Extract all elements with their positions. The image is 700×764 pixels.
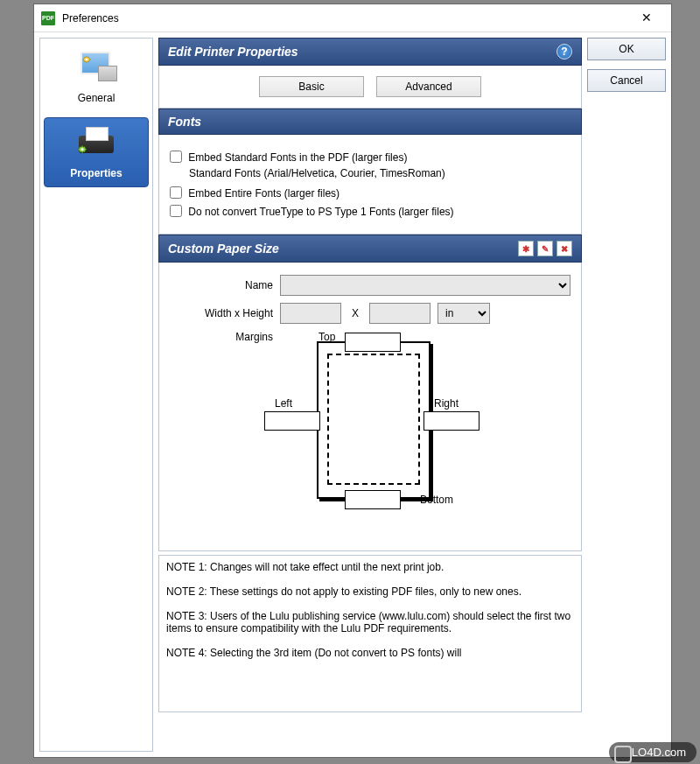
delete-paper-icon[interactable]: ✖ xyxy=(556,241,572,256)
height-input[interactable] xyxy=(369,303,430,324)
close-icon[interactable]: ✕ xyxy=(629,8,664,29)
header-paper: Custom Paper Size ✱ ✎ ✖ xyxy=(158,235,582,263)
width-input[interactable] xyxy=(280,303,341,324)
margin-top-input[interactable] xyxy=(345,333,401,352)
titlebar: PDF Preferences ✕ xyxy=(34,4,671,32)
sidebar-item-label: Properties xyxy=(70,167,122,179)
unit-select[interactable]: in xyxy=(438,303,490,324)
embed-standard-checkbox[interactable] xyxy=(170,151,182,163)
paper-name-select[interactable] xyxy=(280,275,570,296)
name-label: Name xyxy=(170,279,273,291)
embed-entire-row[interactable]: Embed Entire Fonts (larger files) xyxy=(170,186,570,200)
x-label: X xyxy=(352,307,359,319)
fonts-panel: Embed Standard Fonts in the PDF (larger … xyxy=(158,135,582,235)
sidebar: General Properties xyxy=(39,38,153,752)
note-2: NOTE 2: These settings do not apply to e… xyxy=(166,585,574,598)
margin-left-input[interactable] xyxy=(264,411,320,431)
margin-bottom-input[interactable] xyxy=(345,490,401,509)
ok-button[interactable]: OK xyxy=(587,38,666,60)
gear-icon xyxy=(75,144,89,158)
margins-area: Margins Top Bottom Left Right xyxy=(170,331,570,532)
monitor-icon xyxy=(75,52,117,87)
right-label: Right xyxy=(434,397,458,410)
main-panel: Edit Printer Properties ? Basic Advanced… xyxy=(158,38,582,752)
no-convert-checkbox[interactable] xyxy=(170,205,182,217)
header-fonts: Fonts xyxy=(158,109,582,135)
paper-panel: Name Width x Height X in Margins Top Bot… xyxy=(158,263,582,551)
new-paper-icon[interactable]: ✱ xyxy=(518,241,534,256)
embed-standard-label: Embed Standard Fonts in the PDF (larger … xyxy=(188,151,407,164)
edit-paper-icon[interactable]: ✎ xyxy=(537,241,553,256)
gear-icon xyxy=(80,55,93,67)
no-convert-row[interactable]: Do not convert TrueType to PS Type 1 Fon… xyxy=(170,205,570,218)
fonts-heading: Fonts xyxy=(168,115,201,129)
margins-label: Margins xyxy=(170,331,273,343)
embed-entire-label: Embed Entire Fonts (larger files) xyxy=(188,187,340,200)
wh-label: Width x Height xyxy=(170,307,273,319)
svg-point-0 xyxy=(86,59,88,61)
printer-icon xyxy=(75,127,117,162)
left-label: Left xyxy=(275,397,292,410)
embed-entire-checkbox[interactable] xyxy=(170,186,182,199)
embed-standard-row[interactable]: Embed Standard Fonts in the PDF (larger … xyxy=(170,151,570,164)
help-icon[interactable]: ? xyxy=(556,44,572,60)
notes-area[interactable]: NOTE 1: Changes will not take effect unt… xyxy=(158,555,582,712)
header-title: Edit Printer Properties xyxy=(168,45,298,59)
note-1: NOTE 1: Changes will not take effect unt… xyxy=(166,561,574,573)
pdf-app-icon: PDF xyxy=(41,11,55,25)
watermark: LO4D.com xyxy=(609,742,696,762)
sidebar-item-properties[interactable]: Properties xyxy=(44,117,149,187)
sidebar-item-general[interactable]: General xyxy=(44,42,149,112)
tab-advanced[interactable]: Advanced xyxy=(376,76,481,97)
margin-right-input[interactable] xyxy=(424,411,480,431)
sidebar-item-label: General xyxy=(78,92,116,104)
dialog-buttons: OK Cancel xyxy=(587,38,666,752)
header-edit-printer: Edit Printer Properties ? xyxy=(158,38,582,66)
page-preview xyxy=(317,341,430,499)
paper-heading: Custom Paper Size xyxy=(168,242,279,256)
svg-point-1 xyxy=(81,148,84,151)
cancel-button[interactable]: Cancel xyxy=(587,69,666,92)
preferences-window: PDF Preferences ✕ General Properties xyxy=(33,4,672,758)
note-3: NOTE 3: Users of the Lulu publishing ser… xyxy=(166,610,574,634)
page-inner-dashed xyxy=(327,354,420,485)
window-title: Preferences xyxy=(62,12,119,25)
no-convert-label: Do not convert TrueType to PS Type 1 Fon… xyxy=(188,206,453,218)
tab-row: Basic Advanced xyxy=(158,66,582,109)
note-4: NOTE 4: Selecting the 3rd item (Do not c… xyxy=(166,647,574,659)
standard-fonts-note: Standard Fonts (Arial/Helvetica, Courier… xyxy=(189,167,570,179)
tab-basic[interactable]: Basic xyxy=(259,76,364,97)
